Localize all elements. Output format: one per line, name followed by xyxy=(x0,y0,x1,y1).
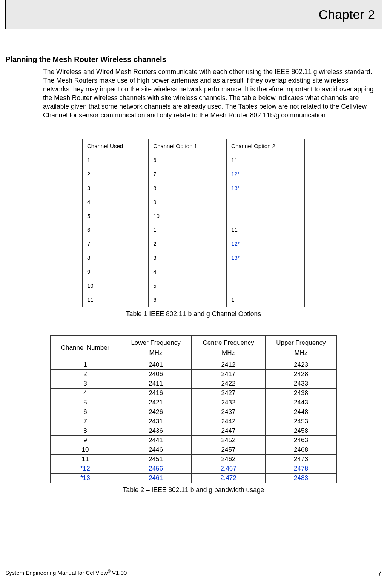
cell: 5 xyxy=(51,398,120,407)
cell: 5 xyxy=(83,209,149,223)
cell: 2432 xyxy=(192,398,266,407)
table-row: 2712* xyxy=(83,167,305,181)
cell: 6 xyxy=(149,293,227,307)
cell: 13* xyxy=(227,251,305,265)
cell xyxy=(227,195,305,209)
table2-caption: Table 2 – IEEE 802.11 b and g bandwidth … xyxy=(5,486,382,494)
table-row: 10244624572468 xyxy=(51,445,337,454)
cell: 11 xyxy=(83,293,149,307)
cell: 2443 xyxy=(265,398,336,407)
cell: 7 xyxy=(149,167,227,181)
cell: 8 xyxy=(149,181,227,195)
table-row: 11245124622473 xyxy=(51,454,337,464)
cell: 2457 xyxy=(192,445,266,454)
cell: 2446 xyxy=(120,445,192,454)
cell: 2458 xyxy=(265,426,336,435)
table-row: 4241624272438 xyxy=(51,388,337,398)
cell: 12* xyxy=(227,237,305,251)
cell: 8 xyxy=(51,426,120,435)
cell: 13* xyxy=(227,181,305,195)
cell: 8 xyxy=(83,251,149,265)
cell: 1 xyxy=(149,223,227,237)
cell: 2 xyxy=(83,167,149,181)
cell: 2.467 xyxy=(192,464,266,473)
table-row: 6242624372448 xyxy=(51,407,337,417)
table-header: Lower FrequencyMHz xyxy=(120,335,192,360)
cell: *12 xyxy=(51,464,120,473)
table-row: 49 xyxy=(83,195,305,209)
cell: 11 xyxy=(227,153,305,167)
cell: 2417 xyxy=(192,369,266,379)
footer-left: System Engineering Manual for CellView© … xyxy=(5,569,127,577)
footer-doc-name: System Engineering Manual for CellView xyxy=(5,569,108,576)
cell: 2437 xyxy=(192,407,266,417)
cell: 2426 xyxy=(120,407,192,417)
cell: 2423 xyxy=(265,360,336,369)
cell: 2.472 xyxy=(192,473,266,483)
cell: 2438 xyxy=(265,388,336,398)
cell: 2451 xyxy=(120,454,192,464)
table-row: 7243124422453 xyxy=(51,417,337,426)
cell: 2433 xyxy=(265,379,336,388)
footer-copyright: © xyxy=(108,569,111,573)
table-row: 1611 xyxy=(83,153,305,167)
cell: 7 xyxy=(83,237,149,251)
cell: 4 xyxy=(83,195,149,209)
cell: 9 xyxy=(83,265,149,279)
cell xyxy=(227,209,305,223)
cell: 2 xyxy=(51,369,120,379)
cell: 2453 xyxy=(265,417,336,426)
cell: 2456 xyxy=(120,464,192,473)
cell: 2461 xyxy=(120,473,192,483)
table-row: 9244124522463 xyxy=(51,435,337,445)
cell: 1 xyxy=(227,293,305,307)
table-row: 8243624472458 xyxy=(51,426,337,435)
cell: 2436 xyxy=(120,426,192,435)
table-row: 94 xyxy=(83,265,305,279)
table-header: Centre FrequencyMHz xyxy=(192,335,266,360)
cell: 2448 xyxy=(265,407,336,417)
page-number: 7 xyxy=(378,569,382,577)
cell: 6 xyxy=(83,223,149,237)
cell: 2442 xyxy=(192,417,266,426)
table-header: Channel Option 1 xyxy=(149,139,227,153)
table-row: 105 xyxy=(83,279,305,293)
cell: 3 xyxy=(149,251,227,265)
bandwidth-table: Channel NumberLower FrequencyMHzCentre F… xyxy=(50,335,337,483)
table1-caption: Table 1 IEEE 802.11 b and g Channel Opti… xyxy=(5,310,382,318)
cell: 2463 xyxy=(265,435,336,445)
cell: 2447 xyxy=(192,426,266,435)
cell: 2468 xyxy=(265,445,336,454)
section-body: The Wireless and Wired Mesh Routers comm… xyxy=(43,68,374,120)
cell: 9 xyxy=(149,195,227,209)
cell: 2473 xyxy=(265,454,336,464)
chapter-title: Chapter 2 xyxy=(319,7,375,22)
cell: 2412 xyxy=(192,360,266,369)
cell: 6 xyxy=(149,153,227,167)
chapter-header: Chapter 2 xyxy=(5,0,382,29)
table-row: 5242124322443 xyxy=(51,398,337,407)
cell: 2427 xyxy=(192,388,266,398)
page-footer: System Engineering Manual for CellView© … xyxy=(5,565,382,577)
table-row: 8313* xyxy=(83,251,305,265)
cell: 11 xyxy=(227,223,305,237)
cell: 2478 xyxy=(265,464,336,473)
cell: 7 xyxy=(51,417,120,426)
cell: 2421 xyxy=(120,398,192,407)
table-row: 1240124122423 xyxy=(51,360,337,369)
cell: 5 xyxy=(149,279,227,293)
table-row: *1324612.4722483 xyxy=(51,473,337,483)
cell: 2428 xyxy=(265,369,336,379)
cell: 4 xyxy=(51,388,120,398)
cell: 2441 xyxy=(120,435,192,445)
cell: 3 xyxy=(83,181,149,195)
cell: 2416 xyxy=(120,388,192,398)
cell: 3 xyxy=(51,379,120,388)
cell: 6 xyxy=(51,407,120,417)
cell: 2406 xyxy=(120,369,192,379)
table-row: 3241124222433 xyxy=(51,379,337,388)
cell: 10 xyxy=(51,445,120,454)
cell: 9 xyxy=(51,435,120,445)
table-header: Channel Option 2 xyxy=(227,139,305,153)
cell: 2401 xyxy=(120,360,192,369)
